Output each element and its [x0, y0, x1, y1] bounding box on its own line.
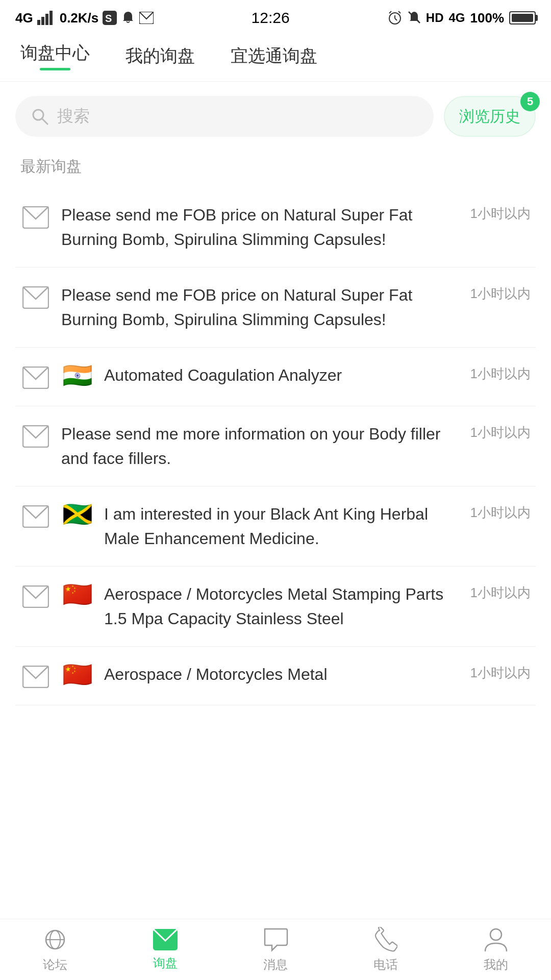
search-box[interactable]: 搜索	[15, 96, 434, 137]
bell-icon	[121, 11, 135, 25]
browse-history-label: 浏览历史	[459, 106, 520, 127]
svg-line-11	[398, 11, 400, 13]
inquiry-time: 1小时以内	[470, 205, 531, 223]
tab-my-inquiry[interactable]: 我的询盘	[126, 44, 195, 73]
mute-icon	[408, 11, 421, 25]
nav-label-mine: 我的	[484, 957, 508, 973]
svg-rect-0	[37, 20, 40, 25]
list-item[interactable]: 🇨🇳 Aerospace / Motorcycles Metal 1小时以内	[15, 647, 536, 705]
inquiry-text: Please send me FOB price on Natural Supe…	[61, 203, 465, 252]
inquiry-content: Please send me FOB price on Natural Supe…	[61, 203, 531, 252]
nav-item-phone[interactable]: 电话	[331, 927, 441, 973]
status-left: 4G 0.2K/s S	[15, 10, 154, 26]
mail-icon	[20, 424, 51, 449]
nav-label-message: 消息	[263, 957, 288, 973]
battery-percent: 100%	[470, 10, 505, 26]
battery-icon	[509, 11, 536, 24]
message-icon	[263, 927, 288, 952]
inquiry-text: Please send me FOB price on Natural Supe…	[61, 283, 465, 332]
status-right: HD 4G 100%	[387, 10, 536, 26]
browse-history-button[interactable]: 浏览历史 5	[444, 96, 536, 137]
inquiry-content: Automated Coagulation Analyzer 1小时以内	[104, 363, 531, 387]
mail-icon	[20, 664, 51, 690]
inquiry-text: Automated Coagulation Analyzer	[104, 363, 465, 387]
mail-icon	[20, 365, 51, 390]
list-item[interactable]: Please send me more information on your …	[15, 406, 536, 486]
inquiry-time: 1小时以内	[470, 365, 531, 383]
inquiry-text: Aerospace / Motorcycles Metal Stamping P…	[104, 582, 465, 631]
china-flag-icon: 🇨🇳	[61, 582, 94, 607]
inquiry-time: 1小时以内	[470, 424, 531, 442]
nav-item-forum[interactable]: 论坛	[0, 927, 110, 973]
svg-point-26	[490, 929, 502, 940]
mail-icon	[20, 285, 51, 310]
nav-label-inquiry: 询盘	[153, 955, 178, 971]
tab-yixuan-inquiry[interactable]: 宜选通询盘	[231, 44, 317, 73]
nav-label-forum: 论坛	[43, 957, 67, 973]
forum-icon	[42, 927, 68, 952]
inquiry-content: Please send me FOB price on Natural Supe…	[61, 283, 531, 332]
svg-line-14	[42, 118, 47, 124]
nav-label-phone: 电话	[373, 957, 398, 973]
inquiry-time: 1小时以内	[470, 504, 531, 522]
section-title: 最新询盘	[0, 151, 551, 187]
search-placeholder: 搜索	[57, 105, 90, 128]
china-flag-icon-2: 🇨🇳	[61, 662, 94, 688]
time-display: 12:26	[252, 9, 290, 27]
inquiry-content: Aerospace / Motorcycles Metal Stamping P…	[104, 582, 531, 631]
inquiry-text: I am interested in your Black Ant King H…	[104, 502, 465, 551]
nav-item-mine[interactable]: 我的	[441, 927, 551, 973]
status-bar: 4G 0.2K/s S 12:26	[0, 0, 551, 36]
svg-line-9	[395, 18, 397, 20]
inquiry-time: 1小时以内	[470, 285, 531, 303]
svg-rect-1	[41, 17, 44, 25]
4g-badge: 4G	[448, 11, 465, 25]
svg-rect-3	[49, 11, 53, 25]
inquiry-content: Aerospace / Motorcycles Metal 1小时以内	[104, 662, 531, 687]
inquiry-time: 1小时以内	[470, 664, 531, 682]
phone-icon	[374, 927, 397, 952]
list-item[interactable]: 🇨🇳 Aerospace / Motorcycles Metal Stampin…	[15, 567, 536, 647]
hd-text: HD	[426, 11, 444, 25]
list-item[interactable]: Please send me FOB price on Natural Supe…	[15, 267, 536, 348]
mail-icon	[20, 504, 51, 529]
nav-item-message[interactable]: 消息	[220, 927, 331, 973]
signal-text: 4G	[15, 10, 33, 26]
browse-history-badge: 5	[520, 92, 540, 111]
speed-text: 0.2K/s	[60, 10, 99, 26]
envelope-icon	[139, 12, 154, 24]
inquiry-time: 1小时以内	[470, 584, 531, 602]
mail-icon	[20, 584, 51, 609]
tab-bar: 询盘中心 我的询盘 宜选通询盘	[0, 36, 551, 82]
svg-line-10	[389, 11, 391, 13]
signal-bars-icon	[37, 11, 56, 25]
user-icon	[484, 927, 508, 952]
s-icon: S	[103, 11, 117, 25]
inquiry-content: Please send me more information on your …	[61, 422, 531, 471]
svg-rect-2	[45, 14, 48, 25]
mail-icon	[20, 205, 51, 230]
inquiry-list: Please send me FOB price on Natural Supe…	[0, 187, 551, 705]
alarm-icon	[387, 10, 403, 26]
list-item[interactable]: Please send me FOB price on Natural Supe…	[15, 187, 536, 267]
inquiry-content: I am interested in your Black Ant King H…	[104, 502, 531, 551]
bottom-nav: 论坛 询盘 消息 电话 我的	[0, 919, 551, 980]
svg-text:S: S	[105, 13, 112, 24]
search-row: 搜索 浏览历史 5	[0, 82, 551, 151]
inquiry-mail-icon	[153, 928, 178, 951]
list-item[interactable]: 🇮🇳 Automated Coagulation Analyzer 1小时以内	[15, 348, 536, 406]
tab-active-underline	[40, 68, 70, 70]
jamaica-flag-icon: 🇯🇲	[61, 502, 94, 527]
india-flag-icon: 🇮🇳	[61, 363, 94, 388]
list-item[interactable]: 🇯🇲 I am interested in your Black Ant Kin…	[15, 486, 536, 567]
inquiry-text: Aerospace / Motorcycles Metal	[104, 662, 465, 687]
search-icon	[31, 107, 49, 126]
inquiry-text: Please send me more information on your …	[61, 422, 465, 471]
nav-item-inquiry[interactable]: 询盘	[110, 928, 220, 971]
tab-inquiry-center[interactable]: 询盘中心	[20, 41, 90, 76]
